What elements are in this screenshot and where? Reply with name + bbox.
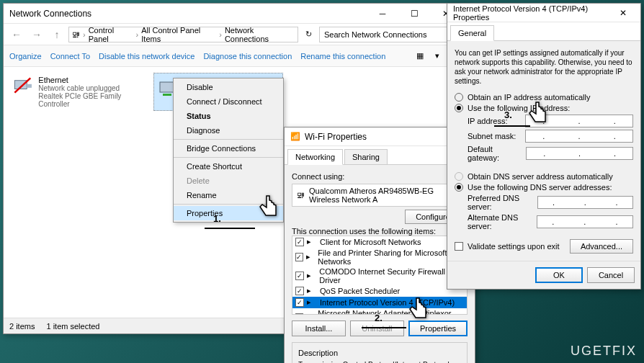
description-label: Description xyxy=(298,349,461,357)
adapter-box: 🖳 Qualcomm Atheros AR9485WB-EG Wireless … xyxy=(292,184,468,207)
alt-dns-input[interactable]: ... xyxy=(537,215,633,228)
breadcrumb-leaf[interactable]: Network Connections xyxy=(225,26,295,43)
annotation-line xyxy=(494,125,530,127)
dialog-title: Wi-Fi Properties xyxy=(305,132,469,142)
ctx-shortcut[interactable]: Create Shortcut xyxy=(174,159,283,174)
component-icon: ▸ xyxy=(306,252,315,262)
back-button[interactable]: ← xyxy=(8,26,25,43)
maximize-button[interactable]: ☐ xyxy=(398,4,430,24)
ipv4-properties-dialog: Internet Protocol Version 4 (TCP/IPv4) P… xyxy=(447,3,641,290)
component-icon: ▸ xyxy=(306,313,315,315)
ctx-rename[interactable]: Rename xyxy=(174,188,283,202)
checkbox[interactable] xyxy=(295,298,304,307)
connect-using-label: Connect using: xyxy=(292,172,468,181)
component-list[interactable]: ▸Client for Microsoft Networks ▸File and… xyxy=(292,236,468,315)
component-icon: ▸ xyxy=(307,237,317,247)
ctx-connect[interactable]: Connect / Disconnect xyxy=(174,94,283,109)
subnet-mask-input[interactable]: ... xyxy=(525,130,633,143)
connection-ethernet[interactable]: Ethernet Network cable unplugged Realtek… xyxy=(9,73,139,111)
connect-to-cmd[interactable]: Connect To xyxy=(50,52,90,60)
command-bar: Organize Connect To Disable this network… xyxy=(4,45,468,67)
svg-rect-3 xyxy=(160,82,174,92)
install-button[interactable]: Install... xyxy=(292,321,346,336)
breadcrumb-root[interactable]: Control Panel xyxy=(89,26,133,43)
up-button[interactable]: ↑ xyxy=(48,26,66,43)
adapter-name: Qualcomm Atheros AR9485WB-EG Wireless Ne… xyxy=(309,187,462,204)
ctx-disable[interactable]: Disable xyxy=(174,80,283,94)
checkbox[interactable] xyxy=(295,253,303,261)
adapter-icon: 🖳 xyxy=(297,191,305,200)
checkbox[interactable] xyxy=(295,272,304,280)
pc-icon: 🖳 xyxy=(72,30,80,39)
cancel-button[interactable]: Cancel xyxy=(587,267,635,283)
svg-rect-4 xyxy=(163,94,171,96)
annotation-line xyxy=(362,327,406,328)
tab-networking[interactable]: Networking xyxy=(287,149,343,165)
selected-count: 1 item selected xyxy=(46,322,99,331)
ctx-status[interactable]: Status xyxy=(174,109,283,123)
minimize-button[interactable]: ─ xyxy=(367,4,398,24)
use-dns-radio[interactable]: Use the following DNS server addresses: xyxy=(455,183,633,192)
ip-label: IP address: xyxy=(468,117,507,125)
organize-menu[interactable]: Organize xyxy=(9,52,42,60)
dialog-title: Internet Protocol Version 4 (TCP/IPv4) P… xyxy=(453,4,612,22)
ctx-properties[interactable]: Properties xyxy=(174,206,283,220)
conn-adapter: Realtek PCIe GBE Family Controller xyxy=(38,92,136,108)
validate-checkbox[interactable]: Validate settings upon exit xyxy=(455,242,560,251)
view-dropdown-icon[interactable]: ▾ xyxy=(430,49,444,63)
rename-cmd[interactable]: Rename this connection xyxy=(300,52,385,60)
search-input[interactable]: Search Network Connections xyxy=(319,27,463,42)
titlebar: Network Connections ─ ☐ ✕ xyxy=(4,4,468,24)
ipv4-item[interactable]: Internet Protocol Version 4 (TCP/IPv4) xyxy=(320,298,455,307)
subnet-label: Subnet mask: xyxy=(468,132,516,140)
pref-dns-label: Preferred DNS server: xyxy=(468,194,537,211)
navbar: ← → ↑ 🖳 › Control Panel › All Control Pa… xyxy=(4,24,468,45)
tab-sharing[interactable]: Sharing xyxy=(344,149,388,164)
forward-button[interactable]: → xyxy=(28,26,45,43)
diagnose-cmd[interactable]: Diagnose this connection xyxy=(203,52,292,60)
ctx-bridge[interactable]: Bridge Connections xyxy=(174,141,283,156)
wifi-context-menu: Disable Connect / Disconnect Status Diag… xyxy=(173,78,284,223)
gateway-input[interactable]: ... xyxy=(526,147,633,160)
ctx-delete[interactable]: Delete xyxy=(174,174,283,188)
description-text: Transmission Control Protocol/Internet P… xyxy=(298,360,461,363)
use-ip-radio[interactable]: Use the following IP address: xyxy=(455,104,633,112)
ok-button[interactable]: OK xyxy=(535,267,583,283)
checkbox[interactable] xyxy=(295,287,304,295)
item-count: 2 items xyxy=(9,322,35,331)
component-icon: ▸ xyxy=(307,286,317,296)
component-icon: ▸ xyxy=(307,271,317,281)
checkbox[interactable] xyxy=(295,313,303,315)
window-title: Network Connections xyxy=(9,9,367,19)
annotation-line xyxy=(205,228,255,229)
intro-text: You can get IP settings assigned automat… xyxy=(455,48,633,86)
auto-ip-radio[interactable]: Obtain an IP address automatically xyxy=(455,93,633,102)
auto-dns-radio: Obtain DNS server address automatically xyxy=(455,172,633,181)
ethernet-icon xyxy=(12,76,34,102)
close-button[interactable]: ✕ xyxy=(612,3,635,23)
conn-status: Network cable unplugged xyxy=(38,84,136,92)
description-group: Description Transmission Control Protoco… xyxy=(292,342,468,363)
conn-name: Ethernet xyxy=(38,76,136,84)
uninstall-button[interactable]: Uninstall xyxy=(350,321,404,336)
breadcrumb-mid[interactable]: All Control Panel Items xyxy=(141,26,216,43)
ctx-diagnose[interactable]: Diagnose xyxy=(174,123,283,138)
items-label: This connection uses the following items… xyxy=(292,227,468,236)
network-icon: 📶 xyxy=(290,132,300,141)
watermark: UGETFIX xyxy=(571,344,637,359)
gateway-label: Default gateway: xyxy=(468,145,526,162)
view-icon[interactable]: ▦ xyxy=(413,49,427,63)
properties-button[interactable]: Properties xyxy=(408,321,468,336)
ip-address-input[interactable]: ... xyxy=(525,115,633,127)
alt-dns-label: Alternate DNS server: xyxy=(468,213,537,230)
svg-rect-1 xyxy=(27,84,32,88)
tab-general[interactable]: General xyxy=(450,25,494,41)
advanced-button[interactable]: Advanced... xyxy=(570,239,633,254)
disable-cmd[interactable]: Disable this network device xyxy=(99,52,194,60)
component-icon: ▸ xyxy=(307,297,317,308)
pref-dns-input[interactable]: ... xyxy=(537,196,633,209)
refresh-button[interactable]: ↻ xyxy=(301,30,316,39)
breadcrumb[interactable]: 🖳 › Control Panel › All Control Panel It… xyxy=(68,27,298,42)
checkbox[interactable] xyxy=(295,238,304,246)
